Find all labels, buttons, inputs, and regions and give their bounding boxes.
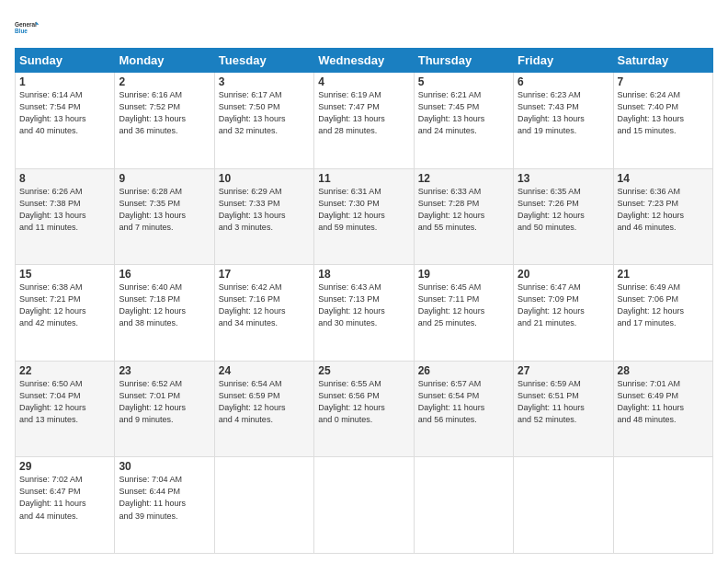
calendar-cell: 5Sunrise: 6:21 AM Sunset: 7:45 PM Daylig… — [414, 73, 513, 169]
calendar-header-thursday: Thursday — [414, 49, 513, 73]
calendar-cell: 28Sunrise: 7:01 AM Sunset: 6:49 PM Dayli… — [613, 361, 712, 457]
calendar-cell: 19Sunrise: 6:45 AM Sunset: 7:11 PM Dayli… — [414, 265, 513, 362]
calendar-cell: 13Sunrise: 6:35 AM Sunset: 7:26 PM Dayli… — [514, 168, 613, 265]
day-info: Sunrise: 6:52 AM Sunset: 7:01 PM Dayligh… — [119, 378, 210, 426]
day-info: Sunrise: 6:59 AM Sunset: 6:51 PM Dayligh… — [518, 378, 609, 426]
day-number: 19 — [418, 268, 509, 281]
calendar-header-row: SundayMondayTuesdayWednesdayThursdayFrid… — [16, 49, 713, 73]
day-number: 30 — [119, 460, 210, 473]
day-number: 17 — [219, 268, 310, 281]
day-number: 26 — [418, 364, 509, 377]
calendar-cell: 4Sunrise: 6:19 AM Sunset: 7:47 PM Daylig… — [314, 73, 414, 169]
day-info: Sunrise: 6:23 AM Sunset: 7:43 PM Dayligh… — [518, 89, 609, 137]
calendar-week-row: 22Sunrise: 6:50 AM Sunset: 7:04 PM Dayli… — [16, 361, 713, 457]
calendar-cell: 11Sunrise: 6:31 AM Sunset: 7:30 PM Dayli… — [314, 168, 414, 265]
day-info: Sunrise: 6:29 AM Sunset: 7:33 PM Dayligh… — [219, 186, 310, 234]
day-info: Sunrise: 6:14 AM Sunset: 7:54 PM Dayligh… — [19, 89, 110, 137]
day-number: 8 — [19, 172, 110, 185]
calendar-cell: 26Sunrise: 6:57 AM Sunset: 6:54 PM Dayli… — [414, 361, 513, 457]
calendar-header-monday: Monday — [115, 49, 214, 73]
calendar-week-row: 15Sunrise: 6:38 AM Sunset: 7:21 PM Dayli… — [16, 265, 713, 362]
day-info: Sunrise: 6:40 AM Sunset: 7:18 PM Dayligh… — [119, 282, 210, 329]
calendar-cell: 23Sunrise: 6:52 AM Sunset: 7:01 PM Dayli… — [115, 361, 214, 457]
calendar-cell: 7Sunrise: 6:24 AM Sunset: 7:40 PM Daylig… — [613, 73, 712, 169]
day-number: 10 — [219, 172, 310, 185]
day-number: 27 — [518, 364, 609, 377]
svg-text:General: General — [15, 21, 37, 28]
day-info: Sunrise: 6:35 AM Sunset: 7:26 PM Dayligh… — [518, 186, 609, 234]
calendar-cell: 30Sunrise: 7:04 AM Sunset: 6:44 PM Dayli… — [115, 457, 214, 554]
day-number: 7 — [618, 75, 709, 88]
day-info: Sunrise: 6:16 AM Sunset: 7:52 PM Dayligh… — [119, 89, 210, 137]
day-info: Sunrise: 6:36 AM Sunset: 7:23 PM Dayligh… — [618, 186, 709, 234]
calendar-week-row: 8Sunrise: 6:26 AM Sunset: 7:38 PM Daylig… — [16, 168, 713, 265]
day-number: 12 — [418, 172, 509, 185]
day-info: Sunrise: 6:38 AM Sunset: 7:21 PM Dayligh… — [19, 282, 110, 329]
day-info: Sunrise: 6:31 AM Sunset: 7:30 PM Dayligh… — [318, 186, 409, 234]
day-info: Sunrise: 6:42 AM Sunset: 7:16 PM Dayligh… — [219, 282, 310, 329]
day-number: 3 — [219, 75, 310, 88]
calendar-cell: 22Sunrise: 6:50 AM Sunset: 7:04 PM Dayli… — [16, 361, 115, 457]
calendar-cell — [613, 457, 712, 554]
calendar-cell: 9Sunrise: 6:28 AM Sunset: 7:35 PM Daylig… — [115, 168, 214, 265]
day-number: 18 — [318, 268, 409, 281]
calendar-table: SundayMondayTuesdayWednesdayThursdayFrid… — [15, 48, 713, 554]
day-info: Sunrise: 6:17 AM Sunset: 7:50 PM Dayligh… — [219, 89, 310, 137]
calendar-cell: 24Sunrise: 6:54 AM Sunset: 6:59 PM Dayli… — [214, 361, 313, 457]
day-number: 1 — [19, 75, 110, 88]
day-number: 4 — [318, 75, 409, 88]
logo: GeneralBlue — [15, 15, 40, 40]
calendar-cell — [214, 457, 313, 554]
day-info: Sunrise: 6:50 AM Sunset: 7:04 PM Dayligh… — [19, 378, 110, 426]
day-number: 16 — [119, 268, 210, 281]
day-number: 22 — [19, 364, 110, 377]
day-number: 13 — [518, 172, 609, 185]
day-number: 28 — [618, 364, 709, 377]
day-info: Sunrise: 7:01 AM Sunset: 6:49 PM Dayligh… — [618, 378, 709, 426]
calendar-cell: 3Sunrise: 6:17 AM Sunset: 7:50 PM Daylig… — [214, 73, 313, 169]
calendar-cell: 16Sunrise: 6:40 AM Sunset: 7:18 PM Dayli… — [115, 265, 214, 362]
day-number: 15 — [19, 268, 110, 281]
day-info: Sunrise: 6:26 AM Sunset: 7:38 PM Dayligh… — [19, 186, 110, 234]
day-info: Sunrise: 6:24 AM Sunset: 7:40 PM Dayligh… — [618, 89, 709, 137]
calendar-cell: 17Sunrise: 6:42 AM Sunset: 7:16 PM Dayli… — [214, 265, 313, 362]
day-number: 5 — [418, 75, 509, 88]
day-info: Sunrise: 6:54 AM Sunset: 6:59 PM Dayligh… — [219, 378, 310, 426]
calendar-cell: 27Sunrise: 6:59 AM Sunset: 6:51 PM Dayli… — [514, 361, 613, 457]
calendar-cell: 18Sunrise: 6:43 AM Sunset: 7:13 PM Dayli… — [314, 265, 414, 362]
calendar-cell: 20Sunrise: 6:47 AM Sunset: 7:09 PM Dayli… — [514, 265, 613, 362]
svg-text:Blue: Blue — [15, 28, 28, 34]
calendar-cell: 12Sunrise: 6:33 AM Sunset: 7:28 PM Dayli… — [414, 168, 513, 265]
calendar-header-tuesday: Tuesday — [214, 49, 313, 73]
day-info: Sunrise: 6:49 AM Sunset: 7:06 PM Dayligh… — [618, 282, 709, 329]
logo-icon: GeneralBlue — [15, 15, 40, 40]
day-info: Sunrise: 6:19 AM Sunset: 7:47 PM Dayligh… — [318, 89, 409, 137]
day-number: 2 — [119, 75, 210, 88]
day-number: 23 — [119, 364, 210, 377]
day-info: Sunrise: 6:21 AM Sunset: 7:45 PM Dayligh… — [418, 89, 509, 137]
day-number: 29 — [19, 460, 110, 473]
calendar-cell: 14Sunrise: 6:36 AM Sunset: 7:23 PM Dayli… — [613, 168, 712, 265]
day-number: 21 — [618, 268, 709, 281]
day-info: Sunrise: 6:45 AM Sunset: 7:11 PM Dayligh… — [418, 282, 509, 329]
day-info: Sunrise: 6:28 AM Sunset: 7:35 PM Dayligh… — [119, 186, 210, 234]
day-number: 24 — [219, 364, 310, 377]
calendar-cell: 6Sunrise: 6:23 AM Sunset: 7:43 PM Daylig… — [514, 73, 613, 169]
calendar-week-row: 1Sunrise: 6:14 AM Sunset: 7:54 PM Daylig… — [16, 73, 713, 169]
calendar-cell — [314, 457, 414, 554]
calendar-cell: 15Sunrise: 6:38 AM Sunset: 7:21 PM Dayli… — [16, 265, 115, 362]
calendar-week-row: 29Sunrise: 7:02 AM Sunset: 6:47 PM Dayli… — [16, 457, 713, 554]
day-number: 20 — [518, 268, 609, 281]
day-number: 14 — [618, 172, 709, 185]
calendar-cell — [414, 457, 513, 554]
day-number: 25 — [318, 364, 409, 377]
day-number: 11 — [318, 172, 409, 185]
calendar-header-friday: Friday — [514, 49, 613, 73]
day-info: Sunrise: 7:04 AM Sunset: 6:44 PM Dayligh… — [119, 474, 210, 522]
calendar-header-wednesday: Wednesday — [314, 49, 414, 73]
calendar-header-sunday: Sunday — [16, 49, 115, 73]
day-info: Sunrise: 6:33 AM Sunset: 7:28 PM Dayligh… — [418, 186, 509, 234]
day-number: 9 — [119, 172, 210, 185]
calendar-cell: 2Sunrise: 6:16 AM Sunset: 7:52 PM Daylig… — [115, 73, 214, 169]
day-number: 6 — [518, 75, 609, 88]
